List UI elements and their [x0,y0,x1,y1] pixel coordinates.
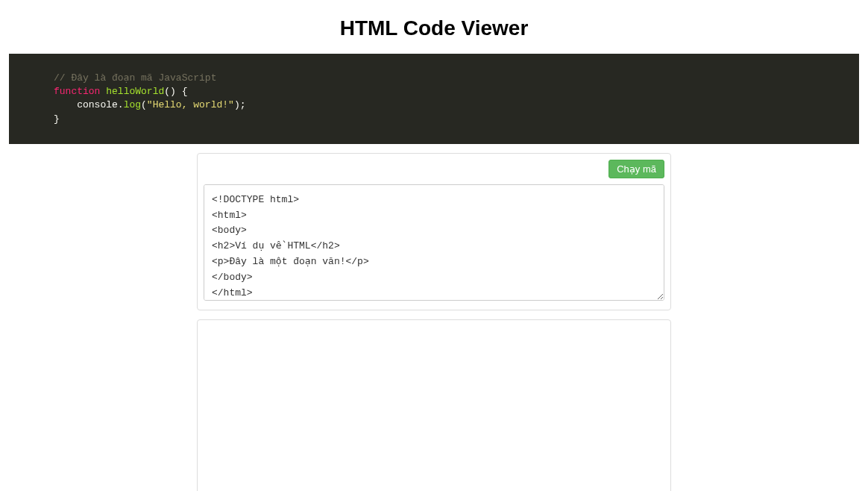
page-title: HTML Code Viewer [9,16,859,40]
code-method: log [124,99,141,110]
code-function-name: helloWorld [106,86,164,97]
code-keyword: function [54,86,100,97]
code-text: () { [164,86,187,97]
output-preview-frame [197,319,671,491]
html-code-textarea[interactable] [204,184,664,301]
code-text: console. [54,99,124,110]
code-string: "Hello, world!" [147,99,234,110]
code-text: ); [234,99,246,110]
editor-toolbar: Chạy mã [204,160,664,178]
editor-panel: Chạy mã [197,153,671,310]
syntax-highlighted-code: // Đây là đoạn mã JavaScript function he… [9,54,859,144]
run-code-button[interactable]: Chạy mã [608,160,664,178]
code-text: } [54,113,60,125]
code-text: ( [141,99,147,110]
code-comment: // Đây là đoạn mã JavaScript [54,72,216,84]
